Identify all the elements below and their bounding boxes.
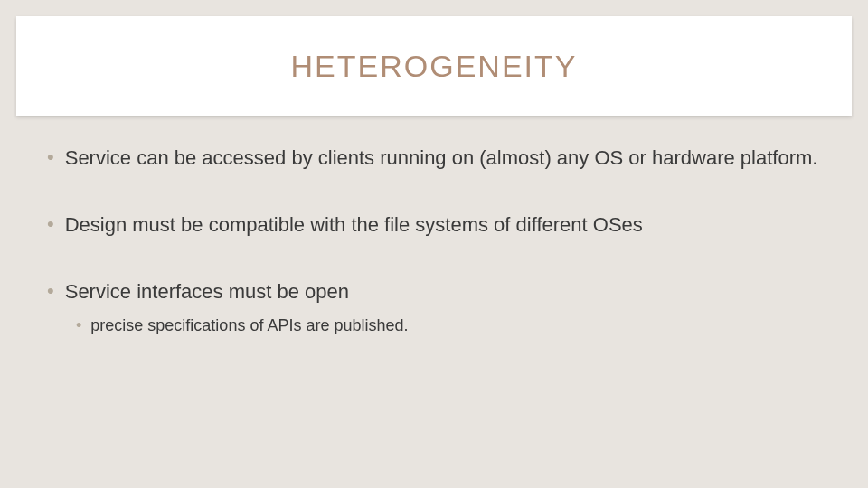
bullet-block: • Service can be accessed by clients run… bbox=[47, 145, 821, 172]
bullet-dot-icon: • bbox=[47, 145, 54, 170]
sub-bullet-text: precise specifications of APIs are publi… bbox=[90, 314, 408, 336]
bullet-block: • Service interfaces must be open • prec… bbox=[47, 278, 821, 336]
bullet-text: Service interfaces must be open bbox=[65, 278, 349, 305]
bullet-item: • Service can be accessed by clients run… bbox=[47, 145, 821, 172]
slide-content: • Service can be accessed by clients run… bbox=[47, 145, 821, 336]
title-band: HETEROGENEITY bbox=[16, 16, 852, 116]
bullet-dot-icon: • bbox=[76, 314, 81, 336]
bullet-dot-icon: • bbox=[47, 278, 54, 304]
bullet-text: Design must be compatible with the file … bbox=[65, 211, 643, 239]
bullet-dot-icon: • bbox=[47, 211, 54, 237]
bullet-item: • Service interfaces must be open bbox=[47, 278, 821, 305]
sub-bullet-item: • precise specifications of APIs are pub… bbox=[76, 314, 821, 336]
bullet-block: • Design must be compatible with the fil… bbox=[47, 211, 821, 239]
slide-title: HETEROGENEITY bbox=[291, 49, 578, 84]
bullet-text: Service can be accessed by clients runni… bbox=[65, 145, 818, 172]
bullet-item: • Design must be compatible with the fil… bbox=[47, 211, 821, 239]
